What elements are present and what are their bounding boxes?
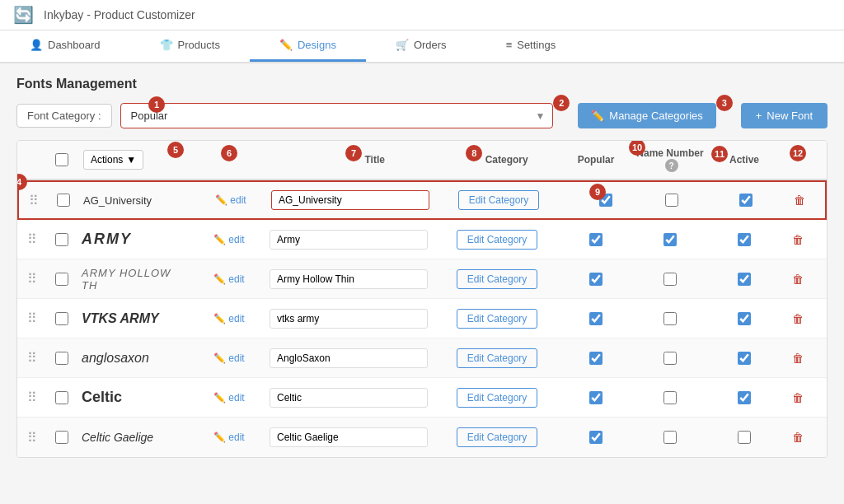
category-button-cell[interactable]: Edit Category	[433, 190, 565, 210]
popular-checkbox-cell[interactable]	[563, 312, 629, 325]
edit-button-cell[interactable]: ✏️ edit	[192, 232, 266, 247]
title-input-cell[interactable]	[266, 348, 431, 368]
edit-button-cell[interactable]: ✏️ edit	[192, 351, 266, 366]
name-number-checkbox[interactable]	[663, 391, 677, 404]
active-checkbox-cell[interactable]	[711, 352, 777, 365]
delete-button-cell[interactable]: 🗑	[777, 233, 818, 246]
name-number-checkbox[interactable]	[663, 431, 677, 444]
manage-categories-button[interactable]: ✏️ Manage Categories	[578, 103, 715, 128]
popular-checkbox[interactable]	[589, 431, 603, 444]
edit-category-button[interactable]: Edit Category	[457, 388, 538, 408]
active-checkbox-cell[interactable]	[711, 431, 777, 444]
drag-handle[interactable]: ⠿	[17, 310, 47, 326]
title-input-cell[interactable]	[268, 190, 433, 210]
edit-category-button[interactable]: Edit Category	[457, 309, 538, 329]
popular-checkbox[interactable]	[589, 273, 603, 286]
active-checkbox-cell[interactable]	[711, 273, 777, 286]
delete-button[interactable]: 🗑	[792, 312, 804, 325]
row-checkbox[interactable]	[47, 233, 77, 246]
active-checkbox-cell[interactable]	[711, 233, 777, 246]
name-number-checkbox-cell[interactable]	[629, 273, 711, 286]
active-checkbox[interactable]	[738, 431, 751, 444]
category-button-cell[interactable]: Edit Category	[431, 230, 563, 250]
delete-button[interactable]: 🗑	[792, 391, 804, 404]
name-number-checkbox-cell[interactable]	[629, 391, 711, 404]
active-checkbox-cell[interactable]	[711, 391, 777, 404]
name-number-checkbox-cell[interactable]	[629, 312, 711, 325]
name-number-checkbox-cell[interactable]	[629, 233, 711, 246]
edit-button[interactable]: ✏️ edit	[209, 390, 249, 405]
tab-dashboard[interactable]: 👤 Dashboard	[0, 30, 130, 62]
delete-button-cell[interactable]: 🗑	[777, 273, 818, 286]
actions-button[interactable]: Actions ▼	[83, 150, 143, 170]
popular-checkbox-cell[interactable]	[563, 431, 629, 444]
row-checkbox[interactable]	[49, 194, 78, 207]
row-checkbox[interactable]	[47, 312, 77, 325]
edit-button-cell[interactable]: ✏️ edit	[192, 311, 266, 326]
row-checkbox[interactable]	[47, 273, 77, 286]
popular-checkbox[interactable]	[589, 233, 603, 246]
row-checkbox[interactable]	[47, 391, 77, 404]
edit-category-button[interactable]: Edit Category	[457, 230, 538, 250]
active-checkbox[interactable]	[738, 352, 751, 365]
edit-button[interactable]: ✏️ edit	[209, 311, 249, 326]
tab-designs[interactable]: ✏️ Designs	[250, 30, 366, 62]
name-number-checkbox[interactable]	[663, 352, 677, 365]
delete-button-cell[interactable]: 🗑	[777, 391, 818, 404]
title-input-cell[interactable]	[266, 269, 431, 289]
active-checkbox[interactable]	[738, 273, 751, 286]
row-checkbox[interactable]	[47, 431, 77, 444]
name-number-checkbox[interactable]	[665, 194, 678, 207]
title-input-cell[interactable]	[266, 427, 431, 447]
drag-handle[interactable]: ⠿	[19, 193, 49, 208]
edit-button[interactable]: ✏️ edit	[209, 272, 249, 287]
row-checkbox[interactable]	[47, 352, 77, 365]
delete-button[interactable]: 🗑	[792, 352, 804, 365]
tab-settings[interactable]: ≡ Settings	[476, 30, 586, 62]
delete-button-cell[interactable]: 🗑	[777, 431, 818, 444]
category-button-cell[interactable]: Edit Category	[431, 388, 563, 408]
active-checkbox[interactable]	[739, 194, 753, 207]
active-checkbox[interactable]	[738, 233, 751, 246]
name-number-checkbox[interactable]	[663, 312, 677, 325]
popular-checkbox-cell[interactable]: 9	[565, 192, 631, 208]
category-button-cell[interactable]: Edit Category	[431, 309, 563, 329]
popular-checkbox[interactable]	[589, 391, 603, 404]
title-input[interactable]	[270, 427, 428, 447]
delete-button-cell[interactable]: 🗑	[779, 194, 820, 207]
name-number-checkbox-cell[interactable]	[631, 194, 713, 207]
popular-checkbox-cell[interactable]	[563, 352, 629, 365]
edit-category-button[interactable]: Edit Category	[457, 427, 538, 447]
select-all-checkbox[interactable]	[55, 153, 68, 166]
title-input-cell[interactable]	[266, 309, 431, 329]
drag-handle[interactable]: ⠿	[17, 350, 47, 366]
edit-category-button[interactable]: Edit Category	[457, 348, 538, 368]
title-input[interactable]	[270, 348, 428, 368]
drag-handle[interactable]: ⠿	[17, 271, 47, 287]
name-number-checkbox[interactable]	[663, 273, 677, 286]
title-input-cell[interactable]	[266, 230, 431, 250]
name-number-checkbox-cell[interactable]	[629, 431, 711, 444]
popular-checkbox[interactable]	[589, 312, 603, 325]
delete-button[interactable]: 🗑	[792, 273, 804, 286]
title-input[interactable]	[271, 190, 429, 210]
edit-button[interactable]: ✏️ edit	[210, 193, 251, 208]
tab-orders[interactable]: 🛒 Orders	[366, 30, 476, 62]
category-button-cell[interactable]: Edit Category	[431, 348, 563, 368]
active-checkbox[interactable]	[738, 312, 751, 325]
name-number-checkbox-cell[interactable]	[629, 352, 711, 365]
drag-handle[interactable]: ⠿	[17, 430, 47, 446]
delete-button-cell[interactable]: 🗑	[777, 352, 818, 365]
title-input-cell[interactable]	[266, 388, 431, 408]
popular-checkbox-cell[interactable]	[563, 391, 629, 404]
new-font-button[interactable]: + New Font	[741, 103, 828, 128]
drag-handle[interactable]: ⠿	[17, 231, 47, 247]
font-category-input[interactable]	[120, 103, 554, 128]
title-input[interactable]	[270, 388, 428, 408]
edit-button-cell[interactable]: ✏️ edit	[192, 390, 266, 405]
edit-category-button[interactable]: Edit Category	[458, 190, 540, 210]
edit-button[interactable]: ✏️ edit	[209, 232, 249, 247]
category-button-cell[interactable]: Edit Category	[431, 269, 563, 289]
title-input[interactable]	[270, 309, 428, 329]
edit-button[interactable]: ✏️ edit	[209, 430, 249, 445]
